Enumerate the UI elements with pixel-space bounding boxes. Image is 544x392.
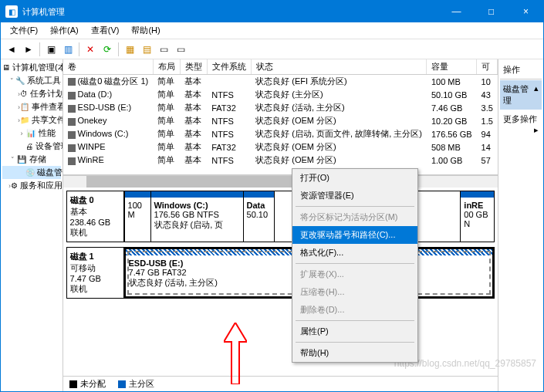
view2-button[interactable]: ▤ [139,42,154,57]
app-icon: ◧ [5,5,18,18]
ctx-properties[interactable]: 属性(P) [292,323,417,340]
scrollbar-horizontal[interactable] [63,175,498,188]
tree-storage[interactable]: ˅💾存储 [2,153,61,166]
tree-systools[interactable]: ˅🔧系统工具 [2,74,61,87]
table-row[interactable]: ESD-USB (E:)简单基本FAT32状态良好 (活动, 主分区)7.46 … [63,101,498,114]
menubar: 文件(F) 操作(A) 查看(V) 帮助(H) [1,22,543,39]
chevron-up-icon: ▴ [534,83,539,106]
window-title: 计算机管理 [22,6,439,18]
tree-root[interactable]: 🖥计算机管理(本地) [2,61,61,74]
titlebar: ◧ 计算机管理 — □ × [1,1,543,22]
table-row[interactable]: (磁盘0 磁盘分区 1)简单基本状态良好 (EFI 系统分区)100 MB10 [63,75,498,89]
up-button[interactable]: ▣ [43,42,59,57]
close-button[interactable]: × [509,1,543,22]
partition-d[interactable]: Data50.10 [243,191,274,242]
disk-map: 磁盘 0 基本 238.46 GB 联机 100 M Windows (C:)1… [63,188,498,376]
table-row[interactable]: Data (D:)简单基本NTFS状态良好 (主分区)50.10 GB43 [63,88,498,101]
show-hide-button[interactable]: ▥ [60,42,76,57]
table-row[interactable]: Onekey简单基本NTFS状态良好 (OEM 分区)10.20 GB1.5 [63,114,498,127]
menu-action[interactable]: 操作(A) [44,23,85,38]
view1-button[interactable]: ▦ [122,42,137,57]
menu-file[interactable]: 文件(F) [4,23,44,38]
annotation-arrow [224,323,247,386]
context-menu: 打开(O) 资源管理器(E) 将分区标记为活动分区(M) 更改驱动器号和路径(C… [292,168,418,363]
ctx-mark-active: 将分区标记为活动分区(M) [292,208,417,226]
back-button[interactable]: ◄ [4,42,19,57]
tree-diskmgmt[interactable]: 💿磁盘管理 [2,166,61,179]
chevron-right-icon: ▸ [534,125,539,135]
actions-header: 操作 [500,61,542,79]
tree-perf[interactable]: ›📊性能 [2,127,61,140]
ctx-format[interactable]: 格式化(F)... [292,244,417,262]
table-row[interactable]: WinRE简单基本NTFS状态良好 (OEM 分区)1.00 GB57 [63,154,498,167]
actions-diskmgmt[interactable]: 磁盘管理▴ [500,80,542,110]
menu-view[interactable]: 查看(V) [85,23,126,38]
ctx-extend: 扩展卷(X)... [292,265,417,283]
ctx-shrink: 压缩卷(H)... [292,283,417,301]
tree-services[interactable]: ›⚙服务和应用程序 [2,179,61,192]
tree-event[interactable]: ›📋事件查看器 [2,100,61,113]
partition-winre[interactable]: inRE00 GB N [460,191,494,242]
minimize-button[interactable]: — [439,1,474,22]
volume-list[interactable]: 卷布局类型文件系统状态容量可 (磁盘0 磁盘分区 1)简单基本状态良好 (EFI… [63,59,498,175]
view4-button[interactable]: ▭ [173,42,188,57]
forward-button[interactable]: ► [21,42,36,57]
disk-0[interactable]: 磁盘 0 基本 238.46 GB 联机 100 M Windows (C:)1… [66,191,495,242]
ctx-change-letter[interactable]: 更改驱动器号和路径(C)... [292,226,417,244]
nav-tree: 🖥计算机管理(本地) ˅🔧系统工具 ›⏱任务计划程序 ›📋事件查看器 ›📁共享文… [1,59,63,391]
toolbar: ◄ ► ▣ ▥ ✕ ⟳ ▦ ▤ ▭ ▭ [1,39,543,59]
menu-help[interactable]: 帮助(H) [125,23,166,38]
table-row[interactable]: Windows (C:)简单基本NTFS状态良好 (启动, 页面文件, 故障转储… [63,127,498,140]
ctx-explorer[interactable]: 资源管理器(E) [292,187,417,204]
partition-efi[interactable]: 100 M [124,191,150,242]
properties-button[interactable]: ⟳ [100,42,115,57]
actions-more[interactable]: 更多操作▸ [500,110,542,128]
view3-button[interactable]: ▭ [156,42,171,57]
table-row[interactable]: WINPE简单基本FAT32状态良好 (OEM 分区)508 MB14 [63,140,498,154]
legend: 未分配 主分区 [63,376,498,391]
ctx-delete: 删除卷(D)... [292,301,417,319]
tree-devmgr[interactable]: 🖨设备管理器 [2,140,61,153]
actions-pane: 操作 磁盘管理▴ 更多操作▸ [498,59,543,391]
delete-button[interactable]: ✕ [83,42,98,57]
disk-1[interactable]: 磁盘 1 可移动 7.47 GB 联机 ESD-USB (E:)7.47 GB … [66,247,495,299]
maximize-button[interactable]: □ [474,1,509,22]
tree-share[interactable]: ›📁共享文件夹 [2,113,61,127]
tree-task[interactable]: ›⏱任务计划程序 [2,87,61,100]
ctx-help[interactable]: 帮助(H) [292,344,417,362]
partition-c[interactable]: Windows (C:)176.56 GB NTFS状态良好 (启动, 页 [150,191,243,242]
table-header: 卷布局类型文件系统状态容量可 [63,59,498,75]
ctx-open[interactable]: 打开(O) [292,169,417,187]
